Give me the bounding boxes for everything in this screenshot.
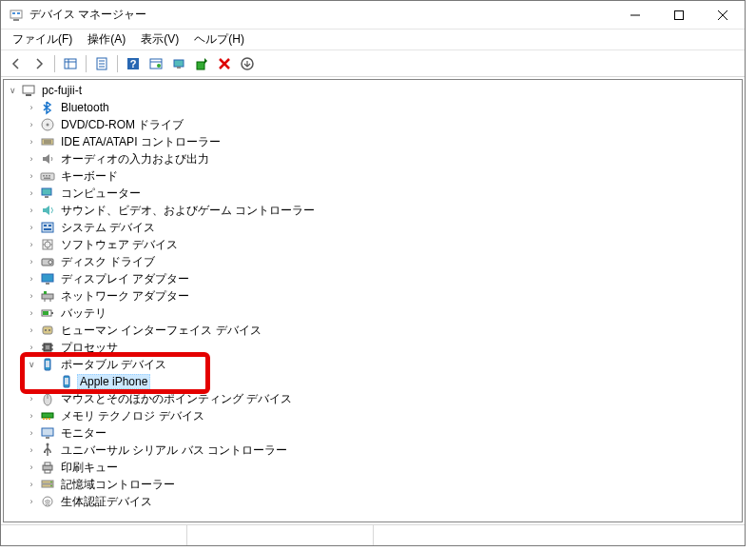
tree-category[interactable]: ›ディスク ドライブ	[25, 253, 742, 270]
tree-category[interactable]: ›記憶域コントローラー	[25, 476, 742, 493]
svg-rect-74	[46, 418, 48, 420]
refresh-button[interactable]	[145, 53, 166, 74]
tree-category-label: ユニバーサル シリアル バス コントローラー	[58, 442, 290, 460]
svg-rect-76	[42, 428, 53, 436]
tree-category-label: ヒューマン インターフェイス デバイス	[58, 322, 264, 340]
expand-icon[interactable]: ›	[25, 221, 38, 234]
tree-category[interactable]: ∨ポータブル デバイス	[25, 356, 742, 373]
expand-icon[interactable]: ›	[25, 443, 38, 457]
tree-category[interactable]: ›オーディオの入力および出力	[25, 150, 742, 167]
update-driver-button[interactable]	[191, 53, 212, 74]
expand-icon[interactable]: ›	[25, 204, 38, 217]
device-tree[interactable]: ∨pc-fujii-t›Bluetooth›DVD/CD-ROM ドライブ›ID…	[3, 79, 743, 522]
tree-category[interactable]: ›マウスとそのほかのポインティング デバイス	[25, 390, 742, 407]
expand-icon[interactable]: ∨	[6, 84, 19, 97]
expand-icon[interactable]: ›	[25, 272, 38, 285]
svg-rect-73	[43, 418, 45, 420]
tree-category[interactable]: ›IDE ATA/ATAPI コントローラー	[25, 133, 742, 150]
expand-icon[interactable]: ›	[25, 238, 38, 251]
enable-button[interactable]	[237, 53, 258, 74]
tree-category[interactable]: ›システム デバイス	[25, 219, 742, 236]
back-button[interactable]	[6, 53, 27, 74]
expand-icon[interactable]: ›	[25, 118, 38, 131]
expand-icon[interactable]: ›	[25, 152, 38, 166]
expand-icon[interactable]: ›	[25, 255, 38, 268]
minimize-button[interactable]	[613, 1, 657, 30]
properties-button[interactable]	[91, 53, 112, 74]
expand-icon[interactable]: ›	[25, 289, 38, 303]
expand-icon[interactable]: ›	[25, 392, 38, 405]
tree-device[interactable]: Apple iPhone	[44, 373, 742, 390]
menu-help[interactable]: ヘルプ(H)	[186, 30, 252, 49]
close-button[interactable]	[701, 1, 745, 30]
tree-category[interactable]: ›Bluetooth	[25, 99, 742, 116]
svg-rect-30	[42, 139, 53, 145]
expand-icon[interactable]: ›	[25, 306, 38, 320]
tree-category[interactable]: ›バッテリ	[25, 305, 742, 322]
status-cell	[187, 525, 374, 545]
forward-button[interactable]	[29, 53, 49, 74]
help-button[interactable]: ?	[123, 53, 144, 74]
tree-category-label: ソフトウェア デバイス	[58, 236, 181, 254]
disc-icon	[40, 117, 55, 132]
expand-icon[interactable]: ›	[25, 101, 38, 114]
svg-rect-55	[51, 312, 53, 314]
menu-view[interactable]: 表示(V)	[133, 30, 186, 49]
tree-category[interactable]: ›ソフトウェア デバイス	[25, 236, 742, 253]
expand-icon[interactable]: ›	[25, 478, 38, 491]
menu-file[interactable]: ファイル(F)	[5, 30, 80, 49]
scan-button[interactable]	[168, 53, 189, 74]
tree-category[interactable]: ›ヒューマン インターフェイス デバイス	[25, 322, 742, 339]
maximize-button[interactable]	[657, 1, 701, 30]
printer-icon	[40, 460, 55, 475]
expand-icon[interactable]: ›	[25, 135, 38, 148]
toolbar-separator	[86, 55, 87, 72]
svg-rect-21	[177, 67, 181, 69]
svg-rect-36	[48, 175, 50, 177]
tree-category[interactable]: ›ネットワーク アダプター	[25, 287, 742, 305]
show-hide-button[interactable]	[60, 53, 81, 74]
usb-icon	[40, 443, 55, 458]
tree-category[interactable]: ›生体認証デバイス	[25, 493, 742, 510]
tree-category[interactable]: ›メモリ テクノロジ デバイス	[25, 407, 742, 424]
svg-rect-82	[45, 462, 50, 465]
tree-category-label: 記憶域コントローラー	[58, 476, 178, 494]
toolbar-separator	[54, 55, 55, 72]
tree-category[interactable]: ›プロセッサ	[25, 339, 742, 356]
storage-icon	[40, 477, 55, 492]
tree-category[interactable]: ›サウンド、ビデオ、およびゲーム コントローラー	[25, 202, 742, 219]
portable-icon	[40, 357, 55, 372]
svg-rect-51	[44, 291, 47, 294]
expand-icon[interactable]: ›	[25, 409, 38, 423]
svg-rect-26	[23, 86, 34, 93]
tree-category[interactable]: ›キーボード	[25, 167, 742, 185]
menu-action[interactable]: 操作(A)	[80, 30, 133, 49]
expand-icon[interactable]: ∨	[25, 358, 38, 371]
tree-root-node[interactable]: ∨pc-fujii-t	[6, 82, 742, 99]
tree-category-label: コンピューター	[58, 185, 144, 203]
battery-icon	[40, 305, 55, 321]
svg-rect-67	[46, 361, 49, 367]
uninstall-button[interactable]	[214, 53, 235, 74]
expand-icon[interactable]: ›	[25, 461, 38, 474]
svg-point-47	[48, 261, 52, 265]
tree-category[interactable]: ›DVD/CD-ROM ドライブ	[25, 116, 742, 133]
expand-icon[interactable]: ›	[25, 169, 38, 183]
tree-category[interactable]: ›モニター	[25, 424, 742, 442]
expand-icon[interactable]: ›	[25, 324, 38, 337]
expand-icon[interactable]: ›	[25, 495, 38, 508]
tree-category-label: Bluetooth	[58, 100, 112, 115]
expand-icon[interactable]: ›	[25, 187, 38, 200]
expand-icon[interactable]: ›	[25, 341, 38, 354]
portable-icon	[59, 374, 74, 389]
tree-root-label: pc-fujii-t	[39, 83, 85, 98]
keyboard-icon	[40, 168, 55, 184]
svg-rect-56	[43, 311, 48, 315]
tree-category[interactable]: ›ユニバーサル シリアル バス コントローラー	[25, 442, 742, 459]
tree-category[interactable]: ›印刷キュー	[25, 459, 742, 476]
tree-category-label: ネットワーク アダプター	[58, 287, 192, 305]
expand-icon[interactable]: ›	[25, 426, 38, 440]
tree-category[interactable]: ›コンピューター	[25, 185, 742, 202]
tree-category-label: ディスプレイ アダプター	[58, 270, 192, 288]
tree-category[interactable]: ›ディスプレイ アダプター	[25, 270, 742, 287]
